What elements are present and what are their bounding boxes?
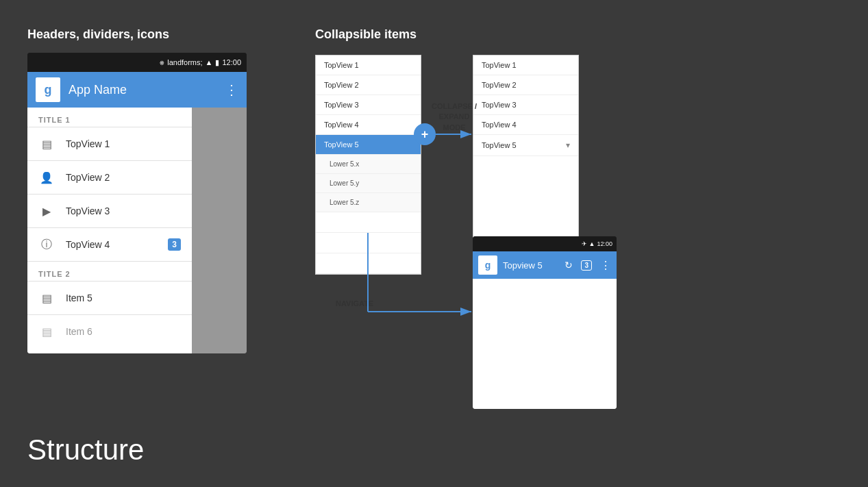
expanded-row-5[interactable]: TopView 5 ▾ xyxy=(473,135,578,156)
collapse-label: COLLAPSE /EXPANDMODE xyxy=(432,101,477,133)
monitor-icon-5: ▤ xyxy=(38,290,55,306)
wifi-icon: landforms; xyxy=(167,58,202,66)
br-wifi-icon: ✈ xyxy=(582,240,587,247)
expanded-label-2: TopView 2 xyxy=(482,81,517,89)
expand-collapse-button[interactable]: + xyxy=(414,123,436,145)
list-row-empty-2 xyxy=(316,233,421,253)
br-badge: 3 xyxy=(581,260,592,271)
section-header-title1: TITLE 1 xyxy=(27,108,192,127)
br-status-bar: ✈ ▲ 12:00 xyxy=(473,236,617,251)
phone-mockup-left: ⎈ landforms; ▲ ▮ 12:00 g App Name ⋮ TITL… xyxy=(27,53,247,353)
expanded-label-4: TopView 4 xyxy=(482,121,517,129)
br-time: 12:00 xyxy=(597,240,612,247)
expanded-row-4[interactable]: TopView 4 xyxy=(473,115,578,135)
item5-label: Item 5 xyxy=(66,292,181,303)
structure-label: Structure xyxy=(27,434,144,466)
expanded-row-2[interactable]: TopView 2 xyxy=(473,75,578,95)
topview3-label: TopView 3 xyxy=(66,205,181,216)
time-display: 12:00 xyxy=(222,58,241,66)
list-row-5-selected[interactable]: TopView 5 xyxy=(316,135,421,155)
list-row-2[interactable]: TopView 2 xyxy=(316,75,421,95)
left-section: Headers, dividers, icons ⎈ landforms; ▲ … xyxy=(27,27,247,353)
right-section-title: Collapsible items xyxy=(315,27,417,42)
br-refresh-icon[interactable]: ↻ xyxy=(565,260,573,271)
item6-label: Item 6 xyxy=(66,326,181,337)
br-google-icon: g xyxy=(478,255,497,275)
br-overflow-icon[interactable]: ⋮ xyxy=(600,259,611,272)
phone-toolbar: g App Name ⋮ xyxy=(27,72,247,108)
google-icon: g xyxy=(36,77,60,102)
list-row-1[interactable]: TopView 1 xyxy=(316,55,421,75)
list-row-4[interactable]: TopView 4 xyxy=(316,115,421,135)
tag-icon: ▶ xyxy=(38,203,55,219)
expanded-label-5: TopView 5 xyxy=(482,141,517,149)
expanded-row-3[interactable]: TopView 3 xyxy=(473,95,578,115)
drawer-content: TITLE 1 ▤ TopView 1 👤 TopView 2 ▶ TopVie… xyxy=(27,108,192,353)
sub-row-y[interactable]: Lower 5.y xyxy=(316,174,421,193)
drawer-item-topview3[interactable]: ▶ TopView 3 xyxy=(27,195,192,227)
drawer-item-item5[interactable]: ▤ Item 5 xyxy=(27,282,192,314)
br-toolbar-title: Topview 5 xyxy=(503,260,559,271)
expanded-row-1[interactable]: TopView 1 xyxy=(473,55,578,75)
expanded-list-mockup: TopView 1 TopView 2 TopView 3 TopView 4 … xyxy=(473,55,579,239)
drawer-item-topview2[interactable]: 👤 TopView 2 xyxy=(27,161,192,194)
br-toolbar: g Topview 5 ↻ 3 ⋮ xyxy=(473,251,617,279)
br-content xyxy=(473,279,617,409)
people-icon: 👤 xyxy=(38,169,55,186)
monitor-icon-1: ▤ xyxy=(38,136,55,152)
topview2-label: TopView 2 xyxy=(66,172,181,183)
topview4-label: TopView 4 xyxy=(66,239,157,250)
br-fade xyxy=(473,368,617,409)
sub-row-x[interactable]: Lower 5.x xyxy=(316,155,421,174)
drawer-item-topview1[interactable]: ▤ TopView 1 xyxy=(27,127,192,160)
expanded-empty-space xyxy=(473,156,578,238)
overflow-menu-icon[interactable]: ⋮ xyxy=(225,82,238,98)
app-name: App Name xyxy=(69,83,216,97)
drawer-overlay xyxy=(192,108,247,353)
bluetooth-icon: ⎈ xyxy=(160,58,164,66)
br-signal-icon: ▲ xyxy=(589,240,595,247)
right-section: Collapsible items xyxy=(315,27,417,53)
list-row-empty-1 xyxy=(316,212,421,233)
battery-icon: ▮ xyxy=(215,58,219,67)
left-section-title: Headers, dividers, icons xyxy=(27,27,247,42)
list-row-3[interactable]: TopView 3 xyxy=(316,95,421,115)
navigate-label: NAVIGATE xyxy=(336,299,373,308)
expanded-label-1: TopView 1 xyxy=(482,61,517,69)
phone-mockup-bottom-right: ✈ ▲ 12:00 g Topview 5 ↻ 3 ⋮ xyxy=(473,236,617,409)
monitor-icon-6: ▤ xyxy=(38,323,55,340)
expanded-label-3: TopView 3 xyxy=(482,101,517,109)
info-icon: ⓘ xyxy=(38,236,55,253)
chevron-down-icon: ▾ xyxy=(566,140,570,150)
topview1-label: TopView 1 xyxy=(66,138,181,149)
list-row-empty-3 xyxy=(316,253,421,274)
signal-icon: ▲ xyxy=(206,58,213,66)
drawer-item-item6[interactable]: ▤ Item 6 xyxy=(27,315,192,348)
badge-topview4: 3 xyxy=(168,238,181,251)
phone-content: TITLE 1 ▤ TopView 1 👤 TopView 2 ▶ TopVie… xyxy=(27,108,247,353)
drawer-item-topview4[interactable]: ⓘ TopView 4 3 xyxy=(27,228,192,261)
section-header-title2: TITLE 2 xyxy=(27,262,192,281)
status-bar: ⎈ landforms; ▲ ▮ 12:00 xyxy=(27,53,247,72)
sub-row-z[interactable]: Lower 5.z xyxy=(316,193,421,212)
center-list-mockup: TopView 1 TopView 2 TopView 3 TopView 4 … xyxy=(315,55,421,275)
